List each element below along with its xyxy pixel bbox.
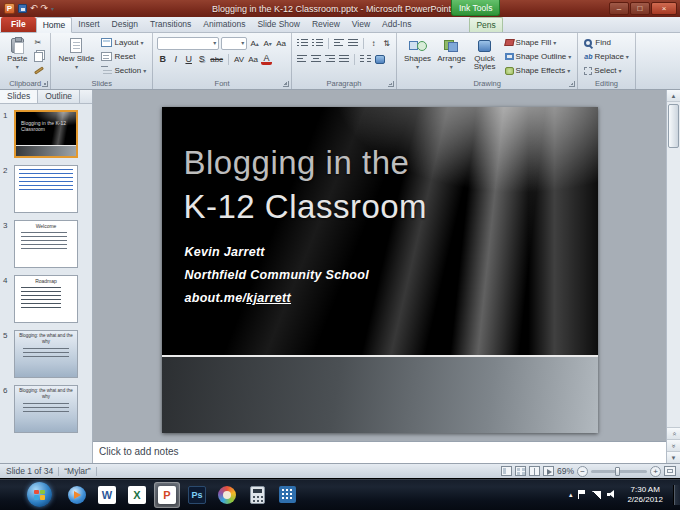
scrollbar-track[interactable] xyxy=(667,102,680,427)
shape-outline-button[interactable]: Shape Outline ▾ xyxy=(503,50,574,63)
maximize-button[interactable]: □ xyxy=(630,2,650,15)
taskbar-media-player-icon[interactable] xyxy=(64,482,90,508)
align-left-button[interactable] xyxy=(296,53,308,66)
tab-transitions[interactable]: Transitions xyxy=(144,17,197,32)
notes-pane[interactable]: Click to add notes xyxy=(93,441,666,463)
format-painter-button[interactable] xyxy=(32,64,46,77)
increase-indent-button[interactable] xyxy=(347,37,359,50)
justify-button[interactable] xyxy=(338,53,350,66)
scroll-up-button[interactable]: ▲ xyxy=(667,90,680,102)
scrollbar-thumb[interactable] xyxy=(668,104,679,148)
zoom-out-button[interactable]: − xyxy=(577,466,588,477)
action-center-icon[interactable] xyxy=(578,490,586,499)
tab-animations[interactable]: Animations xyxy=(197,17,251,32)
tab-slide-show[interactable]: Slide Show xyxy=(251,17,306,32)
text-direction-button[interactable]: ⇅ xyxy=(381,37,392,50)
font-color-button[interactable]: A xyxy=(261,53,272,65)
section-button[interactable]: Section ▾ xyxy=(99,64,148,77)
network-icon[interactable] xyxy=(592,491,601,499)
next-slide-button[interactable]: « xyxy=(667,439,680,451)
tab-home[interactable]: Home xyxy=(36,17,73,33)
taskbar-powerpoint-icon[interactable]: P xyxy=(154,482,180,508)
zoom-slider[interactable] xyxy=(591,470,647,473)
numbering-button[interactable] xyxy=(311,37,324,50)
strikethrough-button[interactable]: abc xyxy=(209,53,224,66)
slide-thumbnail-6[interactable]: Blogging: the what and the why xyxy=(14,385,78,433)
columns-button[interactable] xyxy=(359,53,372,66)
drawing-dialog-launcher-icon[interactable] xyxy=(569,81,575,87)
clear-formatting-button[interactable]: Aa xyxy=(275,37,287,50)
hyperlink-text[interactable]: kjarrett xyxy=(246,291,291,305)
arrange-button[interactable]: Arrange ▾ xyxy=(434,36,468,71)
taskbar-calculator-icon[interactable] xyxy=(244,482,270,508)
convert-to-smartart-button[interactable] xyxy=(374,53,386,66)
taskbar-app-grid-icon[interactable] xyxy=(274,482,300,508)
align-center-button[interactable] xyxy=(310,53,322,66)
slide-thumbnail-3[interactable]: Welcome xyxy=(14,220,78,268)
find-button[interactable]: Find xyxy=(582,36,631,49)
italic-button[interactable]: I xyxy=(170,53,181,66)
taskbar-photoshop-icon[interactable]: Ps xyxy=(184,482,210,508)
character-spacing-button[interactable]: AV xyxy=(233,53,245,66)
paragraph-dialog-launcher-icon[interactable] xyxy=(388,81,394,87)
paste-button[interactable]: Paste ▾ xyxy=(4,36,30,71)
reset-button[interactable]: Reset xyxy=(99,50,148,63)
tab-file[interactable]: File xyxy=(1,17,36,32)
zoom-in-button[interactable]: + xyxy=(650,466,661,477)
slide-thumbnail-2[interactable] xyxy=(14,165,78,213)
grow-font-button[interactable]: A▴ xyxy=(249,37,260,50)
decrease-indent-button[interactable] xyxy=(333,37,345,50)
font-dialog-launcher-icon[interactable] xyxy=(283,81,289,87)
start-button[interactable] xyxy=(27,482,52,507)
save-button[interactable] xyxy=(18,4,27,13)
slide-thumbnail-4[interactable]: Roadmap xyxy=(14,275,78,323)
clipboard-dialog-launcher-icon[interactable] xyxy=(42,81,48,87)
minimize-button[interactable]: – xyxy=(609,2,629,15)
show-desktop-button[interactable] xyxy=(673,485,680,505)
copy-button[interactable] xyxy=(32,50,46,63)
cut-button[interactable]: ✂ xyxy=(32,36,46,49)
select-button[interactable]: Select ▾ xyxy=(582,64,631,77)
powerpoint-app-icon[interactable]: P xyxy=(4,3,15,14)
layout-button[interactable]: Layout ▾ xyxy=(99,36,148,49)
shape-fill-button[interactable]: Shape Fill ▾ xyxy=(503,36,574,49)
zoom-slider-thumb[interactable] xyxy=(615,467,620,476)
volume-icon[interactable] xyxy=(607,490,617,499)
underline-button[interactable]: U xyxy=(183,53,194,66)
taskbar-word-icon[interactable]: W xyxy=(94,482,120,508)
tab-view[interactable]: View xyxy=(346,17,376,32)
slide-subtitle-textbox[interactable]: Kevin Jarrett Northfield Community Schoo… xyxy=(185,241,370,310)
taskbar-paint-icon[interactable] xyxy=(214,482,240,508)
shapes-button[interactable]: Shapes ▾ xyxy=(401,36,434,71)
scroll-down-button[interactable]: ▼ xyxy=(667,451,680,463)
slide-show-button[interactable] xyxy=(543,466,554,476)
slide-1[interactable]: Blogging in the K-12 Classroom Kevin Jar… xyxy=(162,107,598,433)
slide-thumbnail-1[interactable]: Blogging in the K-12 Classroom xyxy=(14,110,78,158)
line-spacing-button[interactable]: ↕ xyxy=(368,37,379,50)
slide-sorter-view-button[interactable] xyxy=(515,466,526,476)
previous-slide-button[interactable]: « xyxy=(667,427,680,439)
tab-design[interactable]: Design xyxy=(106,17,144,32)
bullets-button[interactable] xyxy=(296,37,309,50)
taskbar-clock[interactable]: 7:30 AM 2/26/2012 xyxy=(623,485,667,505)
undo-button[interactable]: ↶ xyxy=(30,3,38,14)
tab-review[interactable]: Review xyxy=(306,17,346,32)
bold-button[interactable]: B xyxy=(157,53,168,66)
slide-title-textbox[interactable]: Blogging in the K-12 Classroom xyxy=(184,141,428,229)
fit-to-window-button[interactable] xyxy=(664,466,676,476)
zoom-percent[interactable]: 69% xyxy=(557,466,574,476)
tab-outline[interactable]: Outline xyxy=(38,90,80,103)
hidden-icons-button[interactable]: ▴ xyxy=(569,491,573,499)
new-slide-button[interactable]: New Slide ▾ xyxy=(55,36,97,71)
normal-view-button[interactable] xyxy=(501,466,512,476)
shape-effects-button[interactable]: Shape Effects ▾ xyxy=(503,64,574,77)
slide-thumbnail-5[interactable]: Blogging: the what and the why xyxy=(14,330,78,378)
text-shadow-button[interactable]: S xyxy=(196,53,207,66)
shrink-font-button[interactable]: A▾ xyxy=(262,37,273,50)
tab-slides[interactable]: Slides xyxy=(0,90,38,103)
tab-add-ins[interactable]: Add-Ins xyxy=(376,17,417,32)
redo-button[interactable]: ↷ xyxy=(41,3,49,14)
quick-styles-button[interactable]: Quick Styles xyxy=(469,36,501,72)
taskbar-excel-icon[interactable]: X xyxy=(124,482,150,508)
close-button[interactable]: × xyxy=(651,2,677,15)
